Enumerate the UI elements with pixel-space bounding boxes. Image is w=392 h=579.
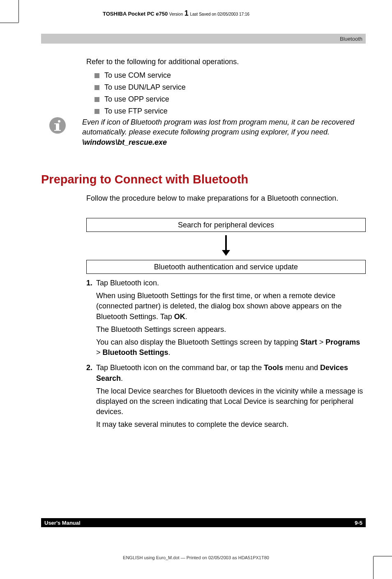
list-item: To use DUN/LAP service bbox=[95, 83, 366, 92]
step-para: Tap Bluetooth icon. bbox=[96, 278, 366, 288]
info-circle bbox=[49, 117, 66, 134]
flow-box-auth: Bluetooth authentication and service upd… bbox=[86, 260, 366, 274]
follow-text: Follow the procedure below to make prepa… bbox=[86, 193, 366, 203]
step-para: You can also display the Bluetooth Setti… bbox=[96, 337, 366, 358]
list-item: To use OPP service bbox=[95, 95, 366, 104]
bullet-text: To use COM service bbox=[104, 71, 171, 80]
step-num: 2. bbox=[86, 363, 96, 432]
flow-box-search: Search for peripheral devices bbox=[86, 218, 366, 232]
flow-box-text: Bluetooth authentication and service upd… bbox=[154, 263, 298, 271]
bullet-text: To use DUN/LAP service bbox=[104, 83, 186, 92]
content-top: Refer to the following for additional op… bbox=[86, 58, 366, 119]
footer-left: User's Manual bbox=[44, 520, 81, 526]
crop-mark bbox=[18, 0, 19, 23]
steps: 1. Tap Bluetooth icon. When using Blueto… bbox=[86, 278, 366, 435]
info-icon bbox=[49, 117, 66, 134]
list-item: To use FTP service bbox=[95, 107, 366, 116]
header-saved: Last Saved on 02/05/2003 17:16 bbox=[190, 12, 249, 16]
list-item: To use COM service bbox=[95, 71, 366, 80]
header-product: TOSHIBA Pocket PC e750 bbox=[103, 11, 168, 17]
step-num: 1. bbox=[86, 278, 96, 360]
section-bar: Bluetooth bbox=[41, 34, 366, 44]
bullet-list: To use COM service To use DUN/LAP servic… bbox=[86, 71, 366, 116]
section-title: Bluetooth bbox=[340, 36, 362, 42]
step-para: It may take several minutes to complete … bbox=[96, 419, 366, 430]
flow-box-text: Search for peripheral devices bbox=[178, 221, 274, 229]
bullet-text: To use FTP service bbox=[104, 107, 168, 116]
info-body: Even if icon of Bluetooth program was lo… bbox=[82, 118, 354, 136]
page-header: TOSHIBA Pocket PC e750 Version 1 Last Sa… bbox=[103, 9, 249, 18]
footer-print: ENGLISH using Euro_M.dot — Printed on 02… bbox=[0, 555, 392, 560]
bullet-text: To use OPP service bbox=[104, 95, 169, 104]
step-body: Tap Bluetooth icon. When using Bluetooth… bbox=[96, 278, 366, 360]
step-1: 1. Tap Bluetooth icon. When using Blueto… bbox=[86, 278, 366, 360]
header-version-label: Version bbox=[169, 12, 183, 16]
footer-bar: User's Manual 9-5 bbox=[41, 518, 366, 527]
step-para: The local Device searches for Bluetooth … bbox=[96, 386, 366, 417]
info-note-row: Even if icon of Bluetooth program was lo… bbox=[49, 117, 366, 147]
step-para: The Bluetooth Settings screen appears. bbox=[96, 324, 366, 335]
crop-mark bbox=[0, 23, 18, 23]
heading: Preparing to Connect with Bluetooth bbox=[41, 173, 248, 186]
intro-text: Refer to the following for additional op… bbox=[86, 58, 366, 66]
step-2: 2. Tap Bluetooth icon on the command bar… bbox=[86, 363, 366, 432]
down-arrow-icon bbox=[222, 235, 230, 256]
info-path: \windows\bt_rescue.exe bbox=[82, 138, 167, 146]
step-para: Tap Bluetooth icon on the command bar, o… bbox=[96, 363, 366, 383]
step-para: When using Bluetooth Settings for the fi… bbox=[96, 291, 366, 322]
step-body: Tap Bluetooth icon on the command bar, o… bbox=[96, 363, 366, 432]
info-text: Even if icon of Bluetooth program was lo… bbox=[82, 117, 366, 147]
page: TOSHIBA Pocket PC e750 Version 1 Last Sa… bbox=[0, 0, 392, 579]
header-version-num: 1 bbox=[184, 9, 189, 17]
footer-right: 9-5 bbox=[355, 520, 362, 526]
